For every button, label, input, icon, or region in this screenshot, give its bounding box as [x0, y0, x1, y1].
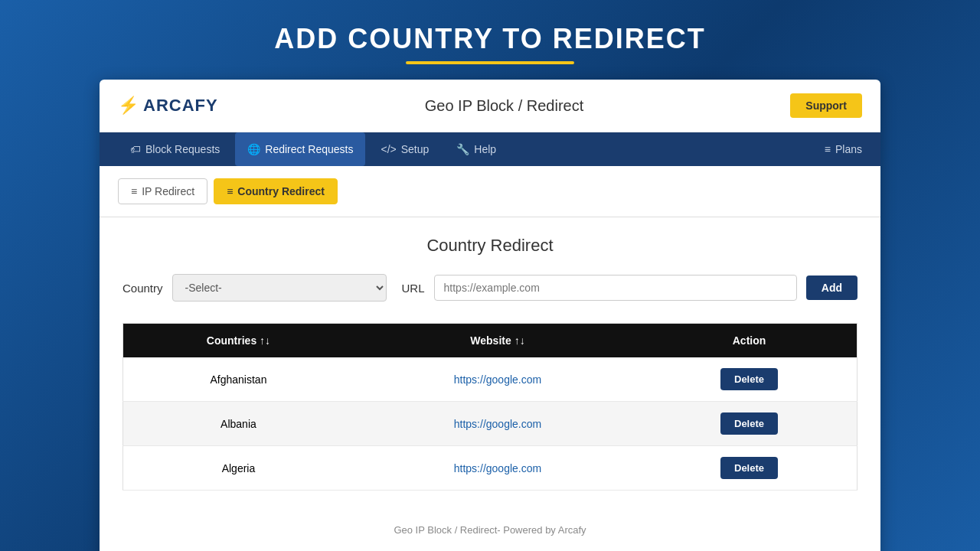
col-header-countries[interactable]: Countries ↑↓	[123, 324, 354, 358]
nav-label-block: Block Requests	[145, 143, 220, 155]
plans-label: Plans	[835, 143, 862, 155]
add-button[interactable]: Add	[806, 276, 858, 300]
heading-underline	[406, 61, 574, 64]
tab-ip-label: IP Redirect	[142, 185, 194, 197]
nav-item-setup[interactable]: </> Setup	[368, 132, 441, 166]
card-footer: Geo IP Block / Redirect- Powered by Arca…	[100, 509, 880, 551]
card-header: ⚡ ARCAFY Geo IP Block / Redirect Support	[100, 80, 880, 132]
main-card: ⚡ ARCAFY Geo IP Block / Redirect Support…	[100, 80, 880, 551]
table-row: Albaniahttps://google.comDelete	[123, 402, 858, 446]
tab-ip-redirect[interactable]: ≡ IP Redirect	[118, 178, 207, 204]
cell-action: Delete	[642, 446, 857, 491]
delete-button[interactable]: Delete	[720, 412, 778, 435]
section-title: Country Redirect	[122, 236, 858, 256]
nav-label-help: Help	[474, 143, 496, 155]
content-area: Country Redirect Country -Select- Afghan…	[100, 217, 880, 509]
sub-tabs: ≡ IP Redirect ≡ Country Redirect	[100, 166, 880, 217]
col-countries-label: Countries ↑↓	[207, 334, 270, 347]
url-label: URL	[402, 282, 425, 295]
code-icon: </>	[381, 143, 396, 155]
header-title: Geo IP Block / Redirect	[425, 97, 584, 115]
nav-bar: 🏷 Block Requests 🌐 Redirect Requests </>…	[100, 132, 880, 166]
nav-plans[interactable]: ≡ Plans	[825, 132, 862, 166]
table-header-row: Countries ↑↓ Website ↑↓ Action	[123, 324, 858, 358]
ip-redirect-icon: ≡	[131, 185, 137, 197]
delete-button[interactable]: Delete	[720, 368, 778, 390]
country-form-group: Country -Select- Afghanistan Albania Alg…	[122, 274, 387, 302]
globe-icon: 🌐	[247, 143, 260, 155]
cell-website: https://google.com	[354, 357, 642, 402]
logo-text: ARCAFY	[143, 96, 218, 116]
col-header-action[interactable]: Action	[642, 324, 857, 358]
country-select[interactable]: -Select- Afghanistan Albania Algeria	[172, 274, 387, 302]
plans-icon: ≡	[825, 143, 831, 155]
nav-label-setup: Setup	[401, 143, 430, 155]
col-website-label: Website ↑↓	[470, 334, 524, 347]
page-heading: ADD COUNTRY TO REDIRECT	[274, 23, 705, 55]
cell-country: Afghanistan	[123, 357, 354, 402]
nav-items: 🏷 Block Requests 🌐 Redirect Requests </>…	[118, 132, 508, 166]
form-row: Country -Select- Afghanistan Albania Alg…	[122, 274, 858, 302]
cell-country: Albania	[123, 402, 354, 446]
support-button[interactable]: Support	[790, 93, 862, 118]
nav-item-help[interactable]: 🔧 Help	[444, 132, 508, 166]
tab-country-redirect[interactable]: ≡ Country Redirect	[214, 178, 338, 204]
nav-item-block-requests[interactable]: 🏷 Block Requests	[118, 132, 232, 166]
country-label: Country	[122, 282, 163, 295]
logo: ⚡ ARCAFY	[118, 96, 218, 116]
cell-country: Algeria	[123, 446, 354, 491]
logo-icon: ⚡	[118, 96, 139, 116]
country-redirect-icon: ≡	[227, 185, 233, 197]
footer-text: Geo IP Block / Redirect- Powered by Arca…	[394, 524, 586, 536]
table-row: Algeriahttps://google.comDelete	[123, 446, 858, 491]
tab-country-label: Country Redirect	[237, 185, 325, 197]
col-action-label: Action	[733, 334, 766, 347]
nav-label-redirect: Redirect Requests	[265, 143, 353, 155]
data-table: Countries ↑↓ Website ↑↓ Action Afghanist…	[122, 323, 858, 491]
tag-icon: 🏷	[130, 143, 141, 155]
nav-item-redirect-requests[interactable]: 🌐 Redirect Requests	[235, 132, 365, 166]
cell-website: https://google.com	[354, 446, 642, 491]
table-row: Afghanistanhttps://google.comDelete	[123, 357, 858, 402]
url-input[interactable]	[434, 275, 797, 301]
cell-action: Delete	[642, 357, 857, 402]
col-header-website[interactable]: Website ↑↓	[354, 324, 642, 358]
delete-button[interactable]: Delete	[720, 457, 778, 479]
wrench-icon: 🔧	[456, 143, 469, 155]
url-form-group: URL Add	[402, 275, 858, 301]
cell-action: Delete	[642, 402, 857, 446]
cell-website: https://google.com	[354, 402, 642, 446]
